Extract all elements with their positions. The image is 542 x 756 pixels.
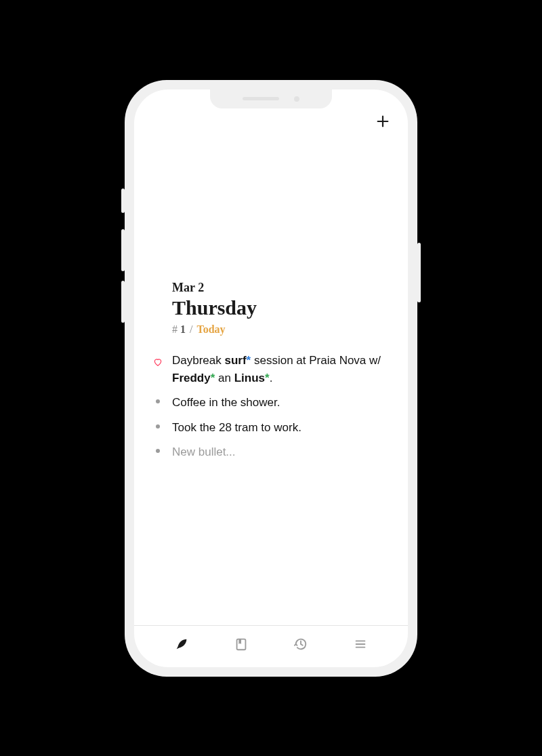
tab-write[interactable] (167, 637, 196, 652)
entry-content: Mar 2 Thursday # 1 / Today Daybreak surf… (134, 132, 408, 625)
add-entry-button[interactable] (375, 114, 390, 132)
entry-number: 1 (180, 323, 186, 335)
bullet-text[interactable]: Coffee in the shower. (172, 394, 390, 412)
tab-bar (134, 625, 408, 667)
bullet-item[interactable]: Coffee in the shower. (152, 394, 390, 412)
bullet-marker-dot (152, 443, 164, 461)
entry-meta: # 1 / Today (172, 323, 390, 336)
side-button-silence (121, 188, 125, 213)
bullet-list: Daybreak surf* session at Praia Nova w/ … (152, 352, 390, 462)
bullet-marker-dot (152, 394, 164, 412)
tab-bookmarks[interactable] (226, 637, 256, 652)
notch (210, 89, 332, 108)
app-screen: Mar 2 Thursday # 1 / Today Daybreak surf… (134, 89, 408, 667)
entry-header: Mar 2 Thursday # 1 / Today (152, 281, 390, 336)
menu-icon (353, 637, 368, 652)
tab-history[interactable] (286, 637, 316, 652)
side-button-vol-up (121, 229, 125, 271)
bullet-marker-heart (152, 352, 164, 388)
bullet-marker-dot (152, 419, 164, 437)
bullet-text[interactable]: Took the 28 tram to work. (172, 419, 390, 437)
today-label: Today (196, 323, 225, 335)
front-camera (294, 96, 299, 102)
tag-marker: * (265, 372, 270, 384)
bullet-text[interactable]: Daybreak surf* session at Praia Nova w/ … (172, 352, 390, 388)
entry-date: Mar 2 (172, 281, 390, 295)
side-button-power (417, 243, 421, 302)
plus-icon (375, 114, 390, 129)
bookmark-icon (234, 637, 249, 652)
new-bullet-input[interactable]: New bullet... (152, 443, 390, 461)
speaker-grille (243, 97, 279, 100)
hash-symbol: # (172, 323, 178, 335)
new-bullet-placeholder: New bullet... (172, 443, 390, 461)
history-icon (293, 637, 308, 652)
bullet-item[interactable]: Daybreak surf* session at Praia Nova w/ … (152, 352, 390, 388)
bullet-item[interactable]: Took the 28 tram to work. (152, 419, 390, 437)
phone-frame: Mar 2 Thursday # 1 / Today Daybreak surf… (125, 80, 417, 677)
heart-icon (153, 357, 163, 367)
tab-menu[interactable] (346, 637, 375, 652)
meta-separator: / (190, 323, 192, 335)
side-button-vol-down (121, 281, 125, 323)
feather-icon (174, 637, 189, 652)
entry-day-name: Thursday (172, 296, 390, 319)
